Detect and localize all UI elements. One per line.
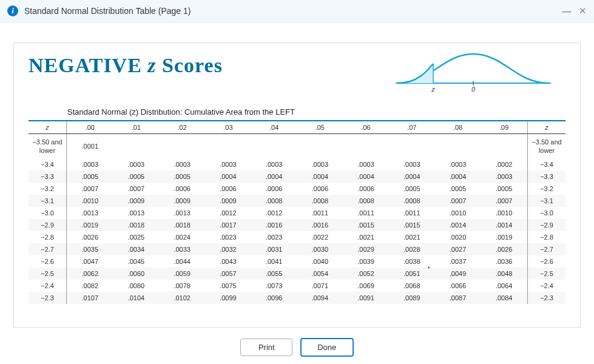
z-cell: −2.9 bbox=[528, 219, 566, 231]
value-cell: .0018 bbox=[159, 219, 205, 231]
value-cell: .0008 bbox=[251, 195, 297, 207]
value-cell: .0008 bbox=[343, 195, 389, 207]
value-cell: .0020 bbox=[435, 231, 481, 243]
value-cell: .0080 bbox=[113, 280, 160, 292]
z-cell: −2.3 bbox=[29, 292, 67, 304]
minimize-button[interactable]: — bbox=[561, 6, 572, 16]
value-cell: .0013 bbox=[159, 207, 205, 219]
done-button[interactable]: Done bbox=[300, 338, 354, 357]
value-cell: .0004 bbox=[343, 170, 389, 183]
value-cell: .0089 bbox=[389, 292, 435, 304]
value-cell: .0013 bbox=[113, 207, 160, 219]
print-button[interactable]: Print bbox=[240, 339, 292, 356]
value-cell: .0003 bbox=[343, 158, 389, 170]
value-cell: .0003 bbox=[297, 158, 343, 170]
value-cell: .0034 bbox=[113, 243, 160, 255]
value-cell: .0060 bbox=[113, 268, 160, 280]
value-cell: .0107 bbox=[67, 292, 113, 304]
value-cell: .0052 bbox=[343, 268, 389, 280]
value-cell: .0021 bbox=[389, 231, 435, 243]
button-bar: Print Done bbox=[0, 338, 594, 357]
value-cell: .0073 bbox=[251, 280, 297, 292]
value-cell: .0096 bbox=[251, 292, 297, 304]
value-cell: .0102 bbox=[159, 292, 205, 304]
column-header: .02 bbox=[159, 121, 205, 134]
value-cell: .0004 bbox=[251, 170, 297, 183]
value-cell: .0044 bbox=[159, 255, 205, 268]
value-cell: .0035 bbox=[67, 243, 113, 255]
z-table: z.00.01.02.03.04.05.06.07.08.09z −3.50 a… bbox=[29, 120, 565, 304]
value-cell: .0019 bbox=[481, 231, 527, 243]
z-cell: −2.5 bbox=[29, 268, 67, 280]
value-cell: .0104 bbox=[113, 292, 160, 304]
value-cell: .0004 bbox=[205, 170, 251, 183]
table-row: −2.9.0019.0018.0018.0017.0016.0016.0015.… bbox=[29, 219, 565, 231]
column-header: .09 bbox=[481, 121, 527, 134]
value-cell: .0011 bbox=[389, 207, 435, 219]
value-cell: .0004 bbox=[435, 170, 481, 183]
table-row: −2.4.0082.0080.0078.0075.0073.0071.0069.… bbox=[29, 280, 565, 292]
heading-z: z bbox=[147, 54, 156, 76]
value-cell: .0055 bbox=[251, 268, 297, 280]
value-cell: .0084 bbox=[481, 292, 527, 304]
heading-suffix: Scores bbox=[157, 54, 223, 76]
value-cell: .0071 bbox=[297, 280, 343, 292]
value-cell: .0012 bbox=[205, 207, 251, 219]
column-header: .06 bbox=[343, 121, 389, 134]
value-cell: .0018 bbox=[113, 219, 160, 231]
curve-label-z: z bbox=[431, 86, 435, 93]
value-cell: .0068 bbox=[389, 280, 435, 292]
value-cell: .0023 bbox=[251, 231, 297, 243]
value-cell: .0032 bbox=[205, 243, 251, 255]
value-cell: .0021 bbox=[343, 231, 389, 243]
z-cell: −3.2 bbox=[528, 183, 566, 195]
z-cell: −2.4 bbox=[528, 280, 566, 292]
table-row: −2.8.0026.0025.0024.0023.0023.0022.0021.… bbox=[29, 231, 565, 243]
value-cell: .0023 bbox=[205, 231, 251, 243]
table-row: −2.3.0107.0104.0102.0099.0096.0094.0091.… bbox=[29, 292, 565, 304]
value-cell: .0017 bbox=[205, 219, 251, 231]
value-cell: .0078 bbox=[159, 280, 205, 292]
close-button[interactable]: ✕ bbox=[577, 5, 588, 16]
value-cell: .0014 bbox=[481, 219, 527, 231]
value-cell: .0005 bbox=[435, 183, 481, 195]
table-row: −2.6.0047.0045.0044.0043.0041.0040.0039.… bbox=[29, 255, 565, 268]
z-cell: −2.4 bbox=[29, 280, 67, 292]
value-cell: .0087 bbox=[435, 292, 481, 304]
z-cell: −2.5 bbox=[528, 268, 566, 280]
normal-curve-diagram: z 0 bbox=[394, 52, 552, 94]
value-cell: .0024 bbox=[159, 231, 205, 243]
value-cell: .0040 bbox=[297, 255, 343, 268]
value-cell: .0007 bbox=[113, 183, 160, 195]
value-cell: .0006 bbox=[343, 183, 389, 195]
value-cell: .0007 bbox=[435, 195, 481, 207]
value-cell: .0039 bbox=[343, 255, 389, 268]
value-cell: .0030 bbox=[297, 243, 343, 255]
heading-prefix: NEGATIVE bbox=[29, 54, 147, 76]
value-cell: .0028 bbox=[389, 243, 435, 255]
value-cell: .0009 bbox=[159, 195, 205, 207]
value-cell: .0051 bbox=[389, 268, 435, 280]
value-cell: .0005 bbox=[113, 170, 160, 183]
value-cell: .0006 bbox=[205, 183, 251, 195]
window-header: i Standard Normal Distribution Table (Pa… bbox=[0, 0, 594, 22]
value-cell: .0025 bbox=[113, 231, 160, 243]
value-cell: .0037 bbox=[435, 255, 481, 268]
z-cell: −2.8 bbox=[528, 231, 566, 243]
z-cell: −3.4 bbox=[29, 158, 67, 170]
value-cell: .0064 bbox=[481, 280, 527, 292]
z-cell: −3.0 bbox=[528, 207, 566, 219]
table-row: −3.4.0003.0003.0003.0003.0003.0003.0003.… bbox=[29, 158, 565, 170]
value-cell: .0009 bbox=[113, 195, 160, 207]
value-cell: .0011 bbox=[297, 207, 343, 219]
value-cell: .0016 bbox=[251, 219, 297, 231]
value-cell: .0062 bbox=[67, 268, 113, 280]
z-cell: −2.7 bbox=[29, 243, 67, 255]
value-cell: .0069 bbox=[343, 280, 389, 292]
value-cell: .0075 bbox=[205, 280, 251, 292]
z-cell: −3.1 bbox=[29, 195, 67, 207]
value-cell: .0082 bbox=[67, 280, 113, 292]
value-cell: .0003 bbox=[113, 158, 160, 170]
value-cell: .0008 bbox=[297, 195, 343, 207]
column-header: .03 bbox=[205, 121, 251, 134]
